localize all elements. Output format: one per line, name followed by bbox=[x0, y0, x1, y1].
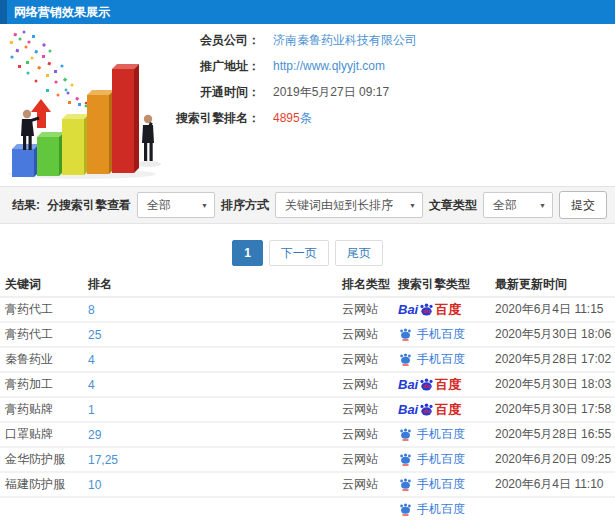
rank-link[interactable]: 25 bbox=[88, 328, 101, 342]
engine-cell: Bai du 百度 手机百度 bbox=[398, 401, 495, 419]
rank-total-unit: 条 bbox=[300, 111, 312, 125]
updated-cell: 2020年6月4日 11:10 bbox=[495, 476, 615, 493]
sort-label: 排序方式 bbox=[221, 197, 269, 214]
engine-view-select[interactable]: 全部 ▼ bbox=[137, 192, 215, 218]
keyword-cell: 膏药代工 bbox=[0, 301, 88, 318]
rank-total-label: 搜索引擎排名： bbox=[148, 110, 260, 127]
col-header-rank: 排名 bbox=[88, 276, 342, 293]
sort-selected: 关键词由短到长排序 bbox=[285, 197, 393, 214]
col-header-rank-type: 排名类型 bbox=[342, 276, 398, 293]
col-header-engine-type: 搜索引擎类型 bbox=[398, 276, 495, 293]
baidu-paw-icon: du bbox=[419, 303, 434, 316]
info-row-open-time: 开通时间： 2019年5月27日 09:17 bbox=[148, 79, 417, 105]
mobile-baidu-logo: 手机百度 bbox=[398, 501, 465, 518]
last-page-button[interactable]: 尾页 bbox=[335, 240, 383, 266]
mobile-baidu-logo: 手机百度 bbox=[398, 351, 465, 368]
svg-text:du: du bbox=[423, 383, 431, 389]
bar-red bbox=[112, 64, 139, 173]
article-type-label: 文章类型 bbox=[429, 197, 477, 214]
mobile-baidu-logo: 手机百度 bbox=[398, 426, 465, 443]
mobile-baidu-paw-icon bbox=[399, 478, 412, 491]
sort-select[interactable]: 关键词由短到长排序 ▼ bbox=[275, 192, 423, 218]
updated-cell: 2020年6月20日 09:25 bbox=[495, 451, 615, 468]
mobile-baidu-text: 手机百度 bbox=[417, 351, 465, 368]
rank-link[interactable]: 1 bbox=[88, 403, 95, 417]
engine-cell: Bai du 百度 手机百度 bbox=[398, 451, 495, 468]
rank-total-count: 4895 bbox=[273, 111, 300, 125]
open-time-value: 2019年5月27日 09:17 bbox=[273, 84, 389, 101]
company-label: 会员公司： bbox=[148, 32, 260, 49]
col-header-keyword: 关键词 bbox=[0, 276, 88, 293]
rank-link[interactable]: 8 bbox=[88, 303, 95, 317]
keyword-cell: 膏药加工 bbox=[0, 376, 88, 393]
result-label: 结果: bbox=[12, 197, 40, 214]
titlebar-accent bbox=[0, 0, 7, 24]
bar-orange bbox=[87, 90, 114, 174]
growth-chart-illustration bbox=[2, 27, 172, 180]
table-row: 秦鲁药业 4 云网站 Bai du 百度 手机百度 2020年5月28日 17:… bbox=[0, 348, 615, 373]
baidu-cn-text: 百度 bbox=[435, 301, 461, 319]
rank-link[interactable]: 4 bbox=[88, 353, 95, 367]
rank-type-cell: 云网站 bbox=[342, 476, 398, 493]
page-title: 网络营销效果展示 bbox=[14, 0, 110, 24]
rank-type-cell: 云网站 bbox=[342, 451, 398, 468]
chevron-down-icon: ▼ bbox=[201, 202, 208, 209]
mobile-baidu-paw-icon bbox=[399, 453, 412, 466]
mobile-baidu-paw-icon bbox=[399, 428, 412, 441]
baidu-bai-text: Bai bbox=[398, 377, 418, 392]
member-info: 会员公司： 济南秦鲁药业科技有限公司 推广地址： http://www.qlyy… bbox=[148, 27, 417, 131]
keyword-cell: 膏药代工 bbox=[0, 326, 88, 343]
keyword-cell: 膏药贴牌 bbox=[0, 401, 88, 418]
updated-cell: 2020年5月30日 18:03 bbox=[495, 376, 615, 393]
updated-cell: 2020年5月28日 16:55 bbox=[495, 426, 615, 443]
baidu-logo: Bai du 百度 bbox=[398, 301, 461, 319]
keyword-cell: 口罩贴牌 bbox=[0, 426, 88, 443]
rank-link[interactable]: 10 bbox=[88, 478, 101, 492]
filter-bar: 结果: 分搜索引擎查看 全部 ▼ 排序方式 关键词由短到长排序 ▼ 文章类型 全… bbox=[0, 186, 615, 224]
rank-link[interactable]: 4 bbox=[88, 378, 95, 392]
mobile-baidu-paw-icon bbox=[399, 503, 412, 516]
keyword-cell: 金华防护服 bbox=[0, 451, 88, 468]
open-time-label: 开通时间： bbox=[148, 84, 260, 101]
chevron-down-icon: ▼ bbox=[409, 202, 416, 209]
info-row-url: 推广地址： http://www.qlyyjt.com bbox=[148, 53, 417, 79]
table-header-row: 关键词 排名 排名类型 搜索引擎类型 最新更新时间 bbox=[0, 272, 615, 298]
table-row: 膏药代工 8 云网站 Bai du 百度 手机百度 2020年6月4日 11:1… bbox=[0, 298, 615, 323]
keyword-cell: 秦鲁药业 bbox=[0, 351, 88, 368]
engine-view-label: 分搜索引擎查看 bbox=[47, 197, 131, 214]
confetti-dots bbox=[10, 31, 88, 108]
article-type-selected: 全部 bbox=[493, 197, 517, 214]
rank-type-cell: 云网站 bbox=[342, 301, 398, 318]
baidu-cn-text: 百度 bbox=[435, 401, 461, 419]
bar-green bbox=[37, 132, 64, 176]
engine-cell: Bai du 百度 手机百度 bbox=[398, 301, 495, 319]
rank-type-cell: 云网站 bbox=[342, 351, 398, 368]
window-titlebar: 网络营销效果展示 bbox=[0, 0, 615, 24]
table-row: 金华防护服 17,25 云网站 Bai du 百度 手机百度 2020年6月20… bbox=[0, 448, 615, 473]
promotion-url-link[interactable]: http://www.qlyyjt.com bbox=[273, 59, 385, 73]
engine-view-selected: 全部 bbox=[147, 197, 171, 214]
baidu-bai-text: Bai bbox=[398, 402, 418, 417]
table-row: Bai du 百度 手机百度 bbox=[0, 498, 615, 520]
submit-button[interactable]: 提交 bbox=[559, 191, 607, 219]
next-page-button[interactable]: 下一页 bbox=[269, 240, 329, 266]
article-type-select[interactable]: 全部 ▼ bbox=[483, 192, 553, 218]
mobile-baidu-paw-icon bbox=[399, 353, 412, 366]
updated-cell: 2020年5月28日 17:02 bbox=[495, 351, 615, 368]
company-link[interactable]: 济南秦鲁药业科技有限公司 bbox=[273, 33, 417, 47]
table-row: 口罩贴牌 29 云网站 Bai du 百度 手机百度 2020年5月28日 16… bbox=[0, 423, 615, 448]
mobile-baidu-logo: 手机百度 bbox=[398, 326, 465, 343]
engine-cell: Bai du 百度 手机百度 bbox=[398, 476, 495, 493]
table-row: 膏药贴牌 1 云网站 Bai du 百度 手机百度 2020年5月30日 17:… bbox=[0, 398, 615, 423]
engine-cell: Bai du 百度 手机百度 bbox=[398, 351, 495, 368]
rank-link[interactable]: 17,25 bbox=[88, 453, 118, 467]
rank-link[interactable]: 29 bbox=[88, 428, 101, 442]
baidu-cn-text: 百度 bbox=[435, 376, 461, 394]
mobile-baidu-text: 手机百度 bbox=[417, 501, 465, 518]
page-number-current[interactable]: 1 bbox=[232, 240, 263, 266]
keyword-ranking-table: 关键词 排名 排名类型 搜索引擎类型 最新更新时间 膏药代工 8 云网站 Bai… bbox=[0, 272, 615, 520]
svg-text:du: du bbox=[423, 408, 431, 414]
table-row: 福建防护服 10 云网站 Bai du 百度 手机百度 2020年6月4日 11… bbox=[0, 473, 615, 498]
svg-text:du: du bbox=[423, 308, 431, 314]
engine-cell: Bai du 百度 手机百度 bbox=[398, 501, 495, 518]
